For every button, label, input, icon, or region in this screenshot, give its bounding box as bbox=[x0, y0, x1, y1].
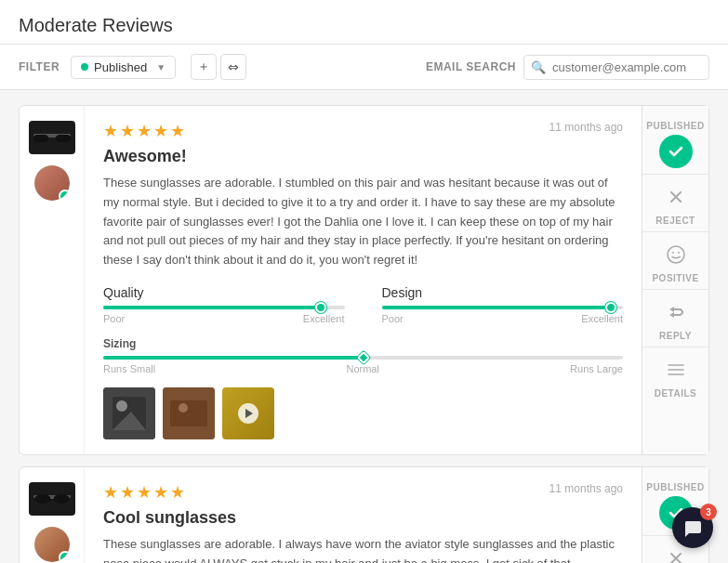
play-button[interactable] bbox=[238, 403, 258, 424]
plus-icon: ＋ bbox=[197, 59, 210, 75]
sizing-mid: Normal bbox=[346, 363, 378, 374]
review-meta: ★ ★ ★ ★ ★ 11 months ago bbox=[103, 121, 623, 141]
page-header: Moderate Reviews bbox=[0, 0, 728, 45]
reject-button[interactable] bbox=[659, 180, 693, 214]
quality-labels: Poor Excellent bbox=[103, 313, 345, 324]
design-thumb bbox=[605, 302, 616, 313]
quality-thumb bbox=[315, 302, 326, 313]
main-content: ★ ★ ★ ★ ★ 11 months ago Awesome! These s… bbox=[0, 90, 728, 563]
product-image-2 bbox=[29, 482, 75, 516]
avatar-verified-badge bbox=[59, 190, 70, 201]
sizing-track bbox=[103, 356, 623, 360]
review-body: ★ ★ ★ ★ ★ 11 months ago Awesome! These s… bbox=[85, 106, 642, 454]
star-3: ★ bbox=[137, 121, 152, 141]
design-fill bbox=[382, 306, 612, 309]
publish-button[interactable] bbox=[659, 135, 693, 168]
filter-chevron-icon: ▼ bbox=[156, 62, 165, 72]
review-card-2: ★ ★ ★ ★ ★ 11 months ago Cool sunglasses … bbox=[19, 466, 709, 563]
svg-point-10 bbox=[179, 403, 188, 412]
reply-label: REPLY bbox=[659, 331, 692, 341]
review-text-2: These sunglasses are adorable. I always … bbox=[103, 535, 623, 563]
review-title: Awesome! bbox=[103, 147, 623, 166]
positive-button[interactable] bbox=[659, 238, 693, 271]
reply-button[interactable] bbox=[659, 295, 693, 329]
expand-icon: ⇔ bbox=[228, 59, 239, 74]
filter-dot bbox=[81, 63, 88, 71]
add-filter-button[interactable]: ＋ bbox=[191, 54, 217, 80]
ratings-grid: Quality Poor Excellent Design bbox=[103, 285, 623, 324]
quality-low: Poor bbox=[103, 313, 125, 324]
svg-point-18 bbox=[34, 494, 51, 504]
filter-label: FILTER bbox=[19, 60, 60, 73]
svg-point-11 bbox=[668, 246, 684, 263]
design-high: Excellent bbox=[581, 313, 623, 324]
positive-label: POSITIVE bbox=[652, 273, 698, 283]
quality-label: Quality bbox=[103, 285, 144, 300]
quality-rating: Quality Poor Excellent bbox=[103, 285, 345, 324]
email-search-wrapper: 🔍 bbox=[523, 55, 709, 80]
review-left-panel-2 bbox=[20, 467, 85, 563]
filter-icon-group: ＋ ⇔ bbox=[191, 54, 246, 80]
review-actions-panel: PUBLISHED REJECT bbox=[642, 106, 708, 454]
design-rating: Design Poor Excellent bbox=[382, 285, 624, 324]
expand-filter-button[interactable]: ⇔ bbox=[220, 54, 246, 80]
toolbar: FILTER Published ▼ ＋ ⇔ EMAIL SEARCH 🔍 bbox=[0, 45, 728, 90]
chat-bubble[interactable]: 3 bbox=[672, 507, 713, 548]
review-title-2: Cool sunglasses bbox=[103, 508, 623, 528]
sizing-fill bbox=[103, 356, 364, 360]
page-title: Moderate Reviews bbox=[19, 15, 709, 36]
star-4: ★ bbox=[153, 482, 168, 503]
svg-rect-3 bbox=[48, 136, 56, 137]
quality-fill bbox=[103, 306, 321, 309]
published-label-2: PUBLISHED bbox=[646, 482, 704, 492]
design-labels: Poor Excellent bbox=[382, 313, 624, 324]
star-1: ★ bbox=[103, 121, 118, 141]
reject-action: REJECT bbox=[642, 175, 708, 232]
review-thumb-2[interactable] bbox=[163, 387, 215, 439]
review-thumb-1[interactable] bbox=[103, 387, 155, 439]
chat-badge: 3 bbox=[700, 504, 717, 520]
review-images-row bbox=[103, 387, 623, 439]
publish-action: PUBLISHED bbox=[642, 115, 708, 175]
review-stars-2: ★ ★ ★ ★ ★ bbox=[103, 482, 185, 503]
search-icon: 🔍 bbox=[531, 60, 546, 74]
review-timestamp: 11 months ago bbox=[549, 121, 623, 134]
star-3: ★ bbox=[137, 482, 152, 503]
svg-point-6 bbox=[116, 400, 127, 412]
design-label: Design bbox=[382, 285, 423, 300]
sizing-rating: Sizing Runs Small Normal Runs Large bbox=[103, 337, 623, 374]
star-1: ★ bbox=[103, 482, 118, 503]
svg-rect-2 bbox=[56, 135, 71, 142]
reviewer-avatar bbox=[34, 165, 70, 201]
email-search-input[interactable] bbox=[523, 55, 709, 80]
star-5: ★ bbox=[170, 482, 185, 503]
sizing-high: Runs Large bbox=[570, 363, 623, 374]
filter-status-text: Published bbox=[94, 60, 147, 74]
review-stars: ★ ★ ★ ★ ★ bbox=[103, 121, 185, 141]
sizing-labels: Runs Small Normal Runs Large bbox=[103, 363, 623, 374]
review-thumb-video[interactable] bbox=[222, 387, 274, 439]
star-4: ★ bbox=[153, 121, 168, 141]
svg-rect-20 bbox=[50, 497, 54, 499]
sizing-low: Runs Small bbox=[103, 363, 155, 374]
design-low: Poor bbox=[382, 313, 404, 324]
star-5: ★ bbox=[170, 121, 185, 141]
review-meta-2: ★ ★ ★ ★ ★ 11 months ago bbox=[103, 482, 623, 503]
play-triangle-icon bbox=[245, 409, 253, 418]
reject-label: REJECT bbox=[655, 216, 695, 226]
review-text: These sunglasses are adorable. I stumble… bbox=[103, 174, 623, 270]
details-action: DETAILS bbox=[642, 347, 708, 404]
filter-dropdown[interactable]: Published ▼ bbox=[71, 56, 176, 79]
svg-point-13 bbox=[678, 252, 680, 254]
email-search-area: EMAIL SEARCH 🔍 bbox=[426, 55, 709, 80]
design-track bbox=[382, 306, 624, 309]
details-button[interactable] bbox=[659, 353, 693, 386]
svg-point-12 bbox=[672, 252, 674, 254]
star-2: ★ bbox=[120, 121, 135, 141]
product-image bbox=[29, 121, 75, 154]
review-card: ★ ★ ★ ★ ★ 11 months ago Awesome! These s… bbox=[19, 105, 709, 455]
review-left-panel bbox=[20, 106, 85, 454]
positive-action: POSITIVE bbox=[642, 232, 708, 290]
quality-track bbox=[103, 306, 345, 309]
details-label: DETAILS bbox=[655, 388, 697, 399]
